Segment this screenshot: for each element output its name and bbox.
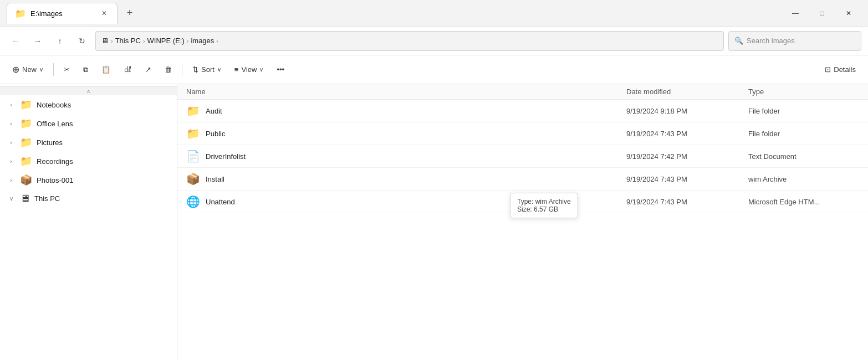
more-button[interactable]: •••: [271, 63, 290, 76]
breadcrumb-winpe[interactable]: WINPE (E:): [147, 37, 185, 45]
table-row[interactable]: 📄DriverInfolist9/19/2024 7:42 PMText Doc…: [177, 145, 868, 168]
copy-button[interactable]: ⧉: [78, 63, 94, 77]
sort-button[interactable]: ⇅ Sort ∨: [187, 63, 227, 76]
search-box[interactable]: 🔍 Search images: [728, 31, 861, 51]
copy-icon: ⧉: [83, 65, 88, 74]
tab-folder-icon: 📁: [15, 8, 26, 19]
details-button[interactable]: ⊡ Details: [819, 63, 861, 76]
date-col-label: Date modified: [626, 88, 671, 96]
search-placeholder: Search images: [747, 37, 795, 45]
cut-icon: ✂: [64, 65, 70, 74]
table-row[interactable]: 📦Install9/19/2024 7:43 PMwim Archive: [177, 168, 868, 191]
close-button[interactable]: ✕: [836, 4, 861, 22]
column-name[interactable]: Name: [186, 88, 626, 96]
rename-button[interactable]: ㎗: [118, 61, 137, 78]
file-name-unattend: Unattend: [206, 198, 235, 206]
file-name-col-unattend: 🌐Unattend: [186, 195, 626, 208]
file-name-col-driverinfolist: 📄DriverInfolist: [186, 150, 626, 163]
column-type[interactable]: Type: [748, 88, 859, 96]
sidebar-folder-icon-photos-001: 📦: [20, 174, 32, 186]
sidebar-item-recordings[interactable]: ›📁Recordings: [0, 152, 177, 171]
sidebar-chevron-photos-001: ›: [7, 177, 16, 183]
new-tab-button[interactable]: +: [120, 3, 140, 23]
paste-button[interactable]: 📋: [96, 63, 116, 76]
computer-icon: 🖥: [101, 37, 109, 45]
file-date-audit: 9/19/2024 9:18 PM: [626, 107, 748, 115]
minimize-button[interactable]: —: [783, 4, 808, 22]
search-icon: 🔍: [734, 37, 743, 45]
delete-button[interactable]: 🗑: [159, 63, 177, 76]
sort-icon: ⇅: [192, 65, 198, 74]
view-chevron-icon: ∨: [259, 66, 263, 73]
sidebar: ∧ ›📁Notebooks›📁Office Lens›📁Pictures›📁Re…: [0, 84, 177, 360]
rename-icon: ㎗: [124, 64, 132, 75]
sidebar-label-pictures: Pictures: [37, 138, 63, 147]
sidebar-label-photos-001: Photos-001: [37, 176, 74, 184]
table-row[interactable]: 📁Audit9/19/2024 9:18 PMFile folder: [177, 100, 868, 122]
file-type-driverinfolist: Text Document: [748, 152, 859, 161]
sidebar-item-notebooks[interactable]: ›📁Notebooks: [0, 95, 177, 114]
breadcrumb[interactable]: 🖥 › This PC › WINPE (E:) › images ›: [95, 31, 724, 51]
up-button[interactable]: ↑: [51, 32, 69, 50]
sort-chevron-icon: ∨: [217, 66, 221, 73]
sidebar-label-office-lens: Office Lens: [37, 120, 73, 128]
file-icon-public: 📁: [186, 127, 200, 140]
sidebar-item-pictures[interactable]: ›📁Pictures: [0, 133, 177, 152]
sidebar-folder-icon-pictures: 📁: [20, 136, 32, 148]
share-button[interactable]: ↗: [140, 63, 157, 76]
share-icon: ↗: [145, 65, 151, 74]
sidebar-label-recordings: Recordings: [37, 157, 73, 166]
file-name-install: Install: [206, 175, 224, 183]
refresh-button[interactable]: ↻: [73, 32, 91, 50]
file-rows-container: 📁Audit9/19/2024 9:18 PMFile folder📁Publi…: [177, 100, 868, 213]
file-name-col-install: 📦Install: [186, 172, 626, 186]
type-col-label: Type: [748, 88, 764, 96]
table-row[interactable]: 📁Public9/19/2024 7:43 PMFile folder: [177, 122, 868, 145]
back-button[interactable]: ←: [7, 32, 24, 50]
breadcrumb-this-pc[interactable]: This PC: [115, 37, 141, 45]
sidebar-item-this-pc[interactable]: ∨🖥This PC: [0, 189, 177, 208]
file-date-install: 9/19/2024 7:43 PM: [626, 175, 748, 183]
details-label: Details: [834, 65, 856, 74]
sidebar-item-photos-001[interactable]: ›📦Photos-001: [0, 171, 177, 189]
sidebar-chevron-pictures: ›: [7, 140, 16, 146]
sidebar-label-this-pc: This PC: [34, 194, 60, 203]
breadcrumb-images[interactable]: images: [191, 37, 214, 45]
breadcrumb-sep-3: ›: [216, 38, 218, 44]
file-name-driverinfolist: DriverInfolist: [206, 152, 246, 161]
toolbar-sep-2: [182, 63, 182, 76]
new-button[interactable]: ⊕ New ∨: [7, 61, 49, 78]
toolbar: ⊕ New ∨ ✂ ⧉ 📋 ㎗ ↗ 🗑 ⇅ Sort ∨ ≡ View ∨ ••…: [0, 55, 868, 84]
maximize-button[interactable]: □: [809, 4, 835, 22]
file-icon-audit: 📁: [186, 104, 200, 117]
file-date-unattend: 9/19/2024 7:43 PM: [626, 198, 748, 206]
table-row[interactable]: 🌐Unattend9/19/2024 7:43 PMMicrosoft Edge…: [177, 191, 868, 213]
delete-icon: 🗑: [165, 65, 172, 74]
name-col-label: Name: [186, 88, 206, 96]
sidebar-item-office-lens[interactable]: ›📁Office Lens: [0, 114, 177, 133]
title-bar: 📁 E:\images ✕ + — □ ✕: [0, 0, 868, 27]
file-name-audit: Audit: [206, 107, 222, 115]
collapse-handle[interactable]: ∧: [0, 86, 177, 95]
column-date[interactable]: Date modified: [626, 88, 748, 96]
view-icon: ≡: [234, 65, 239, 74]
file-type-unattend: Microsoft Edge HTM...: [748, 198, 859, 206]
cut-button[interactable]: ✂: [58, 63, 75, 76]
more-icon: •••: [277, 65, 284, 74]
new-plus-icon: ⊕: [12, 64, 19, 75]
address-bar-row: ← → ↑ ↻ 🖥 › This PC › WINPE (E:) › image…: [0, 27, 868, 55]
breadcrumb-sep-1: ›: [143, 38, 145, 44]
file-type-public: File folder: [748, 130, 859, 138]
file-icon-install: 📦: [186, 172, 200, 186]
file-type-audit: File folder: [748, 107, 859, 115]
tab-close-button[interactable]: ✕: [99, 8, 109, 18]
tab[interactable]: 📁 E:\images ✕: [7, 3, 118, 24]
forward-button[interactable]: →: [29, 32, 47, 50]
file-date-public: 9/19/2024 7:43 PM: [626, 130, 748, 138]
file-icon-unattend: 🌐: [186, 195, 200, 208]
sidebar-folder-icon-this-pc: 🖥: [20, 193, 30, 204]
sidebar-chevron-this-pc: ∨: [7, 196, 16, 202]
sidebar-chevron-office-lens: ›: [7, 121, 16, 127]
view-button[interactable]: ≡ View ∨: [229, 63, 269, 76]
sidebar-folder-icon-office-lens: 📁: [20, 117, 32, 130]
